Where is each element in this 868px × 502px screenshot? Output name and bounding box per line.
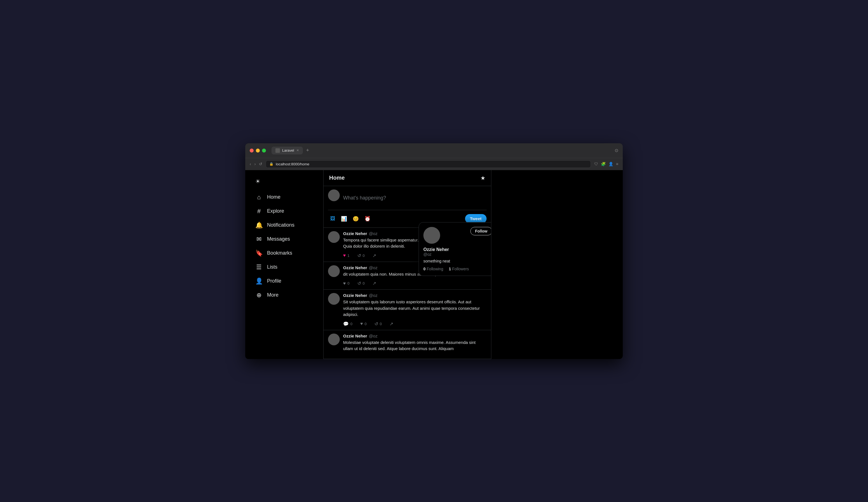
tweet-card-4[interactable]: Ozzie Neher @oz Molestiae voluptate dele…	[323, 330, 491, 359]
sidebar-item-notifications[interactable]: 🔔 Notifications	[251, 218, 318, 232]
share-button-2[interactable]: ↗	[372, 281, 376, 286]
tab-bar: Laravel ✕ +	[271, 147, 611, 154]
share-icon-3: ↗	[390, 321, 393, 327]
share-icon-2: ↗	[372, 281, 376, 286]
title-bar: Laravel ✕ + ⊙	[245, 143, 623, 158]
like-button-1[interactable]: ♥ 1	[343, 253, 350, 258]
close-button[interactable]	[250, 149, 254, 152]
like-count-3: 0	[365, 322, 366, 326]
heart-icon-3: ♥	[360, 321, 363, 326]
url-input[interactable]: 🔒 localhost:8000/home	[266, 160, 591, 168]
tab-close-icon[interactable]: ✕	[297, 149, 299, 152]
followers-stat: 1 Followers	[449, 267, 469, 271]
tweet-avatar-4	[328, 333, 340, 345]
url-text: localhost:8000/home	[276, 162, 309, 166]
messages-icon: ✉	[255, 235, 262, 243]
heart-icon-2: ♥	[343, 281, 346, 286]
browser-actions: ⊙	[614, 148, 618, 153]
hover-bio: something neat	[423, 259, 491, 263]
hover-avatar	[423, 227, 440, 244]
url-bar: ‹ › ↺ 🔒 localhost:8000/home 🛡 🧩 👤 ≡	[245, 158, 623, 170]
poll-icon[interactable]: 📊	[339, 213, 349, 224]
following-label: Following	[427, 267, 443, 271]
sidebar-item-profile[interactable]: 👤 Profile	[251, 274, 318, 288]
comment-button-3[interactable]: 💬 0	[343, 321, 352, 327]
like-button-2[interactable]: ♥ 0	[343, 281, 350, 286]
comment-icon-3: 💬	[343, 321, 349, 327]
retweet-button-1[interactable]: ↺ 0	[358, 253, 365, 258]
refresh-button[interactable]: ↺	[259, 162, 262, 166]
tweet-avatar-2	[328, 265, 340, 277]
like-count-2: 0	[348, 281, 350, 285]
tweet-card-1[interactable]: Ozzie Neher @oz Tempora qui facere simil…	[323, 228, 491, 262]
tab-title: Laravel	[282, 148, 294, 152]
composer-icons: 🖼 📊 😊 ⏰	[328, 213, 373, 224]
sidebar-item-home[interactable]: ⌂ Home	[251, 190, 318, 204]
author-name-2: Ozzie Neher	[343, 265, 367, 270]
sidebar-logo: ☀	[251, 174, 318, 188]
sidebar-item-bookmarks[interactable]: 🔖 Bookmarks	[251, 246, 318, 260]
hover-card-header: Follow	[423, 227, 491, 244]
new-tab-button[interactable]: +	[305, 148, 310, 153]
maximize-button[interactable]	[262, 149, 266, 152]
author-handle-4: @oz	[369, 333, 378, 338]
tweet-content-3: Ozzie Neher @oz Sit voluptatem quis labo…	[343, 293, 487, 327]
follow-button[interactable]: Follow	[471, 227, 491, 235]
image-icon[interactable]: 🖼	[328, 213, 338, 224]
tweet-actions-2: ♥ 0 ↺ 0 ↗	[343, 281, 487, 286]
sidebar-label-home: Home	[267, 194, 280, 200]
extensions-icon: 🧩	[601, 162, 606, 166]
share-button-3[interactable]: ↗	[390, 321, 393, 327]
minimize-button[interactable]	[256, 149, 260, 152]
retweet-icon-3: ↺	[374, 321, 378, 327]
tab-favicon	[276, 148, 280, 153]
sidebar-item-lists[interactable]: ☰ Lists	[251, 260, 318, 274]
composer-row: What's happening?	[328, 189, 487, 207]
like-button-3[interactable]: ♥ 0	[360, 321, 366, 326]
tweet-card-3[interactable]: Ozzie Neher @oz Sit voluptatem quis labo…	[323, 290, 491, 330]
following-stat: 0 Following	[423, 267, 443, 271]
retweet-button-3[interactable]: ↺ 0	[374, 321, 382, 327]
tweet-actions-3: 💬 0 ♥ 0 ↺ 0 ↗	[343, 321, 487, 327]
sidebar-item-messages[interactable]: ✉ Messages	[251, 232, 318, 246]
sidebar-item-explore[interactable]: # Explore	[251, 204, 318, 218]
retweet-icon: ↺	[358, 253, 361, 258]
sidebar-label-messages: Messages	[267, 236, 290, 242]
lists-icon: ☰	[255, 264, 262, 271]
star-button[interactable]: ★	[480, 174, 485, 181]
browser-window: Laravel ✕ + ⊙ ‹ › ↺ 🔒 localhost:8000/hom…	[245, 143, 623, 359]
tweet-author-4: Ozzie Neher @oz	[343, 333, 487, 338]
hover-stats: 0 Following 1 Followers	[423, 267, 491, 271]
schedule-icon[interactable]: ⏰	[362, 213, 373, 224]
author-handle-1: @oz	[369, 231, 378, 236]
emoji-icon[interactable]: 😊	[350, 213, 361, 224]
browser-action-icon: ⊙	[614, 148, 618, 153]
composer-actions: 🖼 📊 😊 ⏰ Tweet	[328, 210, 487, 224]
heart-icon: ♥	[343, 253, 346, 258]
following-count: 0	[423, 267, 426, 271]
tweet-input[interactable]: What's happening?	[343, 189, 487, 207]
sidebar-label-profile: Profile	[267, 278, 281, 284]
sidebar-label-explore: Explore	[267, 208, 284, 214]
active-tab[interactable]: Laravel ✕	[271, 147, 303, 154]
right-panel	[491, 170, 589, 359]
retweet-count-3: 0	[380, 322, 382, 326]
back-button[interactable]: ‹	[250, 162, 251, 166]
tweet-composer: What's happening? 🖼 📊 😊 ⏰ Tweet	[323, 186, 491, 228]
retweet-button-2[interactable]: ↺ 0	[358, 281, 365, 286]
sidebar-item-more[interactable]: ⊕ More	[251, 288, 318, 302]
forward-button[interactable]: ›	[255, 162, 256, 166]
author-handle-2: @oz	[369, 265, 378, 270]
app-content: ☀ ⌂ Home # Explore 🔔 Notifications ✉ Mes…	[245, 170, 623, 359]
menu-icon[interactable]: ≡	[616, 162, 618, 166]
retweet-count-2: 0	[363, 281, 365, 285]
share-button-1[interactable]: ↗	[372, 253, 376, 258]
author-handle-3: @oz	[369, 293, 378, 298]
followers-count: 1	[449, 267, 451, 271]
home-icon: ⌂	[255, 194, 262, 201]
main-feed: Home ★ What's happening? 🖼 📊	[323, 170, 491, 359]
composer-placeholder: What's happening?	[343, 192, 487, 204]
notifications-icon: 🔔	[255, 222, 262, 229]
hover-handle: @oz	[423, 252, 491, 257]
tweet-author-3: Ozzie Neher @oz	[343, 293, 487, 298]
